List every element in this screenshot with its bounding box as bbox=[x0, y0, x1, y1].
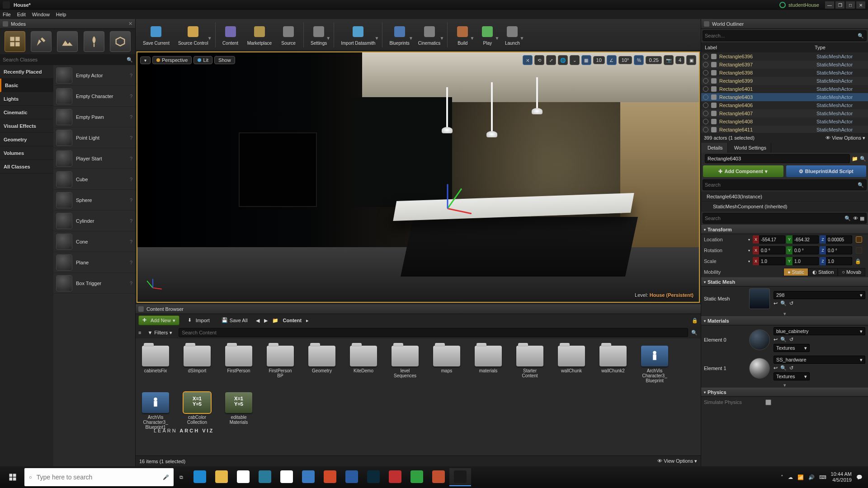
component-search[interactable]: 🔍 bbox=[703, 179, 867, 190]
visibility-icon[interactable] bbox=[703, 70, 708, 75]
material0-dropdown[interactable]: blue_cabinetry▾ bbox=[774, 327, 865, 335]
scale-x-input[interactable] bbox=[759, 257, 785, 265]
menu-window[interactable]: Window bbox=[32, 12, 50, 17]
taskbar-app-edge[interactable] bbox=[189, 468, 211, 486]
axis-orientation-widget[interactable] bbox=[143, 277, 163, 297]
section-materials[interactable]: ▾Materials bbox=[701, 316, 868, 325]
notifications-icon[interactable]: 💬 bbox=[856, 474, 863, 480]
add-component-button[interactable]: ✚Add Component ▾ bbox=[703, 165, 783, 177]
gizmo-y-axis[interactable] bbox=[447, 188, 462, 209]
content-search-input[interactable] bbox=[179, 328, 688, 337]
search-icon[interactable]: 🔍 bbox=[857, 32, 864, 39]
taskbar-app-word[interactable] bbox=[341, 468, 363, 486]
visibility-icon[interactable] bbox=[703, 86, 708, 92]
textures1-dropdown[interactable]: Textures▾ bbox=[774, 372, 810, 380]
placeable-cone[interactable]: Cone? bbox=[53, 231, 135, 252]
settings-button[interactable]: Settings▼ bbox=[307, 21, 330, 49]
taskbar-app-explorer[interactable] bbox=[211, 468, 232, 486]
import-datasmith-button[interactable]: Import Datasmith▼ bbox=[337, 21, 379, 49]
reset-location-button[interactable] bbox=[856, 236, 862, 243]
menu-file[interactable]: File bbox=[3, 12, 11, 17]
property-matrix-icon[interactable]: ▦ bbox=[860, 216, 864, 221]
taskbar-app-xb[interactable] bbox=[384, 468, 406, 486]
angle-snap-value[interactable]: 10° bbox=[618, 56, 632, 64]
chevron-down-icon[interactable]: ▼ bbox=[470, 36, 474, 41]
asset-level[interactable]: levelSequences bbox=[389, 346, 421, 383]
placeable-list[interactable]: Empty Actor?Empty Character?Empty Pawn?P… bbox=[53, 65, 135, 466]
taskbar-app-powerpoint[interactable] bbox=[319, 468, 341, 486]
static-mesh-dropdown[interactable]: 298▾ bbox=[774, 291, 865, 299]
chevron-down-icon[interactable]: ▼ bbox=[326, 36, 330, 41]
sources-toggle-button[interactable]: ≡ bbox=[138, 330, 141, 335]
viewport-show-button[interactable]: Show bbox=[214, 56, 235, 64]
reset-icon[interactable]: ↺ bbox=[789, 300, 793, 306]
build-button[interactable]: Build▼ bbox=[451, 21, 474, 49]
scale-z-input[interactable] bbox=[826, 257, 852, 265]
visibility-icon[interactable] bbox=[703, 119, 708, 124]
taskbar-app-photoshop[interactable] bbox=[363, 468, 384, 486]
material1-dropdown[interactable]: SS_hardware▾ bbox=[774, 356, 865, 364]
play-button[interactable]: Play▼ bbox=[476, 21, 499, 49]
info-icon[interactable]: ? bbox=[130, 135, 132, 141]
placeable-empty-pawn[interactable]: Empty Pawn? bbox=[53, 107, 135, 127]
use-selected-icon[interactable]: ↩ bbox=[774, 337, 778, 343]
taskbar-search-input[interactable] bbox=[37, 474, 158, 481]
rotation-z-input[interactable] bbox=[826, 246, 852, 254]
outliner-row[interactable]: Rectangle6399StaticMeshActor bbox=[701, 77, 868, 85]
restore-button[interactable]: ❐ bbox=[835, 1, 844, 9]
eye-icon[interactable]: 👁 bbox=[853, 216, 858, 221]
outliner-row[interactable]: Rectangle6396StaticMeshActor bbox=[701, 52, 868, 61]
outliner-header[interactable]: Label Type bbox=[701, 42, 868, 52]
start-button[interactable] bbox=[2, 468, 24, 486]
cinematics-button[interactable]: Cinematics▼ bbox=[415, 21, 444, 49]
outliner-rows[interactable]: Rectangle6396StaticMeshActorRectangle639… bbox=[701, 52, 868, 133]
visibility-icon[interactable] bbox=[703, 111, 708, 116]
search-icon[interactable]: 🔍 bbox=[126, 56, 133, 63]
reset-icon[interactable]: ↺ bbox=[789, 365, 793, 371]
visibility-icon[interactable] bbox=[703, 54, 708, 59]
outliner-row[interactable]: Rectangle6403StaticMeshActor bbox=[701, 93, 868, 101]
browse-icon[interactable]: 🔍 bbox=[780, 337, 787, 343]
asset-cabinetsfix[interactable]: cabinetsFix bbox=[139, 346, 172, 383]
category-all-classes[interactable]: All Classes bbox=[0, 160, 53, 174]
placeable-box-trigger[interactable]: Box Trigger? bbox=[53, 273, 135, 294]
folder-icon[interactable]: 📁 bbox=[272, 318, 278, 324]
reset-rotation-button[interactable] bbox=[856, 247, 862, 253]
foliage-mode-button[interactable] bbox=[84, 31, 104, 52]
asset-wallchunk2[interactable]: wallChunk2 bbox=[597, 346, 629, 383]
filters-button[interactable]: ▼Filters ▾ bbox=[144, 328, 176, 337]
category-geometry[interactable]: Geometry bbox=[0, 133, 53, 146]
outliner-row[interactable]: Rectangle6406StaticMeshActor bbox=[701, 101, 868, 109]
taskbar-app-ue[interactable] bbox=[449, 468, 471, 486]
taskbar-app-cam[interactable] bbox=[428, 468, 449, 486]
outliner-view-options[interactable]: 👁 View Options ▾ bbox=[826, 135, 865, 141]
menu-help[interactable]: Help bbox=[56, 12, 66, 17]
blueprint-script-button[interactable]: ⚙Blueprint/Add Script bbox=[786, 165, 867, 177]
outliner-col-label[interactable]: Label bbox=[705, 45, 815, 50]
chevron-down-icon[interactable]: ▾ bbox=[748, 249, 750, 253]
category-visual-effects[interactable]: Visual Effects bbox=[0, 119, 53, 133]
location-x-input[interactable] bbox=[759, 235, 785, 244]
visibility-icon[interactable] bbox=[703, 62, 708, 67]
mobility-movable-button[interactable]: ○Movab bbox=[838, 268, 865, 276]
history-fwd-button[interactable]: ▶ bbox=[264, 318, 268, 324]
keyboard-icon[interactable]: ⌨ bbox=[819, 474, 826, 480]
info-icon[interactable]: ? bbox=[130, 156, 132, 161]
taskbar-app-store[interactable] bbox=[232, 468, 254, 486]
asset-wallchunk[interactable]: wallChunk bbox=[555, 346, 588, 383]
chevron-down-icon[interactable]: ▼ bbox=[519, 36, 524, 41]
search-classes-field[interactable]: 🔍 bbox=[0, 54, 135, 65]
translate-tool-button[interactable]: ⤨ bbox=[523, 55, 533, 65]
chevron-down-icon[interactable]: ▼ bbox=[374, 36, 379, 41]
section-physics[interactable]: ▾Physics bbox=[701, 388, 868, 397]
outliner-row[interactable]: Rectangle6401StaticMeshActor bbox=[701, 85, 868, 93]
history-back-button[interactable]: ◀ bbox=[256, 318, 259, 324]
outliner-row[interactable]: Rectangle6397StaticMeshActor bbox=[701, 61, 868, 69]
grid-snap-toggle[interactable]: ▦ bbox=[581, 55, 591, 65]
asset-archvis[interactable]: ArchVisCharacter3_Blueprint bbox=[638, 346, 671, 383]
location-z-input[interactable] bbox=[826, 235, 852, 244]
network-icon[interactable]: 📶 bbox=[797, 474, 804, 480]
asset-editable[interactable]: X=1 Y=5editableMaterials bbox=[222, 392, 255, 430]
add-new-button[interactable]: ✚Add New ▾ bbox=[138, 315, 179, 325]
cloud-icon[interactable]: ☁ bbox=[788, 474, 793, 480]
